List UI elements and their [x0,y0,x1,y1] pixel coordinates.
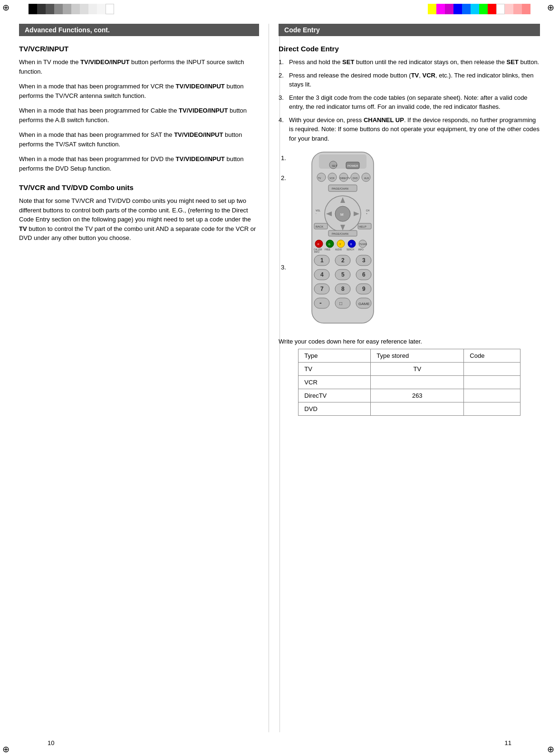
step-1: 1. Press and hold the SET button until t… [279,57,540,67]
svg-text:DIRECTV: DIRECTV [340,177,351,180]
sat-mode-para: When in a mode that has been programmed … [19,130,259,149]
svg-text:-: - [319,299,322,306]
svg-text:FREE: FREE [325,249,330,251]
row-vcr-code [464,376,520,389]
right-column: Code Entry Direct Code Entry 1. Press an… [269,24,540,732]
col-header-code: Code [464,349,520,363]
svg-text:GAME: GAME [358,302,370,306]
svg-rect-69 [314,298,329,308]
left-section-header: Advanced Functions, cont. [19,24,259,36]
step-label-1: 1. [281,154,286,162]
svg-text:PAGE/CHAN: PAGE/CHAN [332,187,348,190]
svg-text:□: □ [339,301,342,306]
svg-rect-71 [335,298,350,308]
row-tv-type: TV [299,363,371,376]
steps-list: 1. Press and hold the SET button until t… [279,57,540,143]
table-intro-text: Write your codes down here for easy refe… [279,338,540,345]
page-number-right: 11 [505,739,511,746]
row-vcr-type: VCR [299,376,371,389]
svg-text:G: G [328,243,330,246]
row-dvd-code [464,402,520,416]
row-tv-code [464,363,520,376]
combo-para: Note that for some TV/VCR and TV/DVD com… [19,196,259,243]
dvd-mode-para: When in a mode that has been programmed … [19,154,259,173]
cable-mode-para: When in a mode that has been programmed … [19,106,259,124]
step-3: 3. Enter the 3 digit code from the code … [279,93,540,112]
vcr-mode-para: When in a mode that has been programmed … [19,82,259,100]
table-row-tv: TV TV [299,363,520,376]
row-directv-stored: 263 [371,389,464,402]
right-header-text: Code Entry [284,26,320,34]
page-content: Advanced Functions, cont. TV/VCR/INPUT W… [19,24,540,732]
svg-text:5: 5 [341,271,345,278]
svg-text:6: 6 [362,271,366,278]
svg-text:SERCH: SERCH [347,249,354,251]
direct-code-title: Direct Code Entry [279,45,540,53]
reg-mark-br: ⊕ [547,744,557,754]
svg-text:8: 8 [341,286,345,292]
svg-text:TV/VID: TV/VID [359,243,367,246]
svg-text:1: 1 [320,257,324,264]
code-reference-table: Type Type stored Code TV TV VCR [298,349,520,416]
reg-mark-tl: ⊕ [2,2,12,12]
reg-mark-tr: ⊕ [547,2,557,12]
row-dvd-stored [371,402,464,416]
table-row-directv: DirecTV 263 [299,389,520,402]
step-label-2: 2. [281,174,286,182]
left-column: Advanced Functions, cont. TV/VCR/INPUT W… [19,24,269,732]
svg-text:M: M [340,212,344,217]
combo-title: TV/VCR and TV/DVD Combo units [19,183,259,191]
tv-vcr-input-title: TV/VCR/INPUT [19,45,259,53]
svg-text:INFO: INFO [358,249,364,251]
color-bars-left [29,4,114,14]
svg-text:PAGE/CHAN: PAGE/CHAN [332,232,348,235]
reference-table-container: Write your codes down here for easy refe… [279,338,540,416]
svg-text:TV: TV [318,177,321,180]
row-dvd-type: DVD [299,402,371,416]
svg-text:7: 7 [320,286,324,292]
table-row-dvd: DVD [299,402,520,416]
svg-text:VCR: VCR [329,177,335,180]
svg-text:AUDIO: AUDIO [335,249,342,251]
reg-mark-bl: ⊕ [2,744,12,754]
svg-text:R: R [318,243,319,246]
svg-text:DVD: DVD [353,177,358,180]
svg-text:POWER: POWER [347,164,358,167]
svg-text:AUX: AUX [364,177,369,180]
table-row-vcr: VCR [299,376,520,389]
svg-text:+: + [366,212,367,215]
svg-text:4: 4 [320,271,324,278]
step-2: 2. Press and release the desired mode bu… [279,71,540,89]
svg-text:3: 3 [362,257,366,264]
remote-svg: SET POWER TV VCR DIRECTV DVD AUX PAGE/CH… [298,150,388,330]
tv-mode-para: When in TV mode the TV/VIDEO/INPUT butto… [19,57,259,76]
step-label-3: 3. [281,264,286,271]
svg-text:2: 2 [341,257,345,264]
row-directv-type: DirecTV [299,389,371,402]
svg-text:9: 9 [362,286,366,292]
svg-text:BACK: BACK [316,225,323,228]
left-header-text: Advanced Functions, cont. [25,26,110,34]
svg-text:INFO: INFO [314,251,319,253]
row-tv-stored: TV [371,363,464,376]
row-vcr-stored [371,376,464,389]
right-section-header: Code Entry [279,24,540,36]
remote-diagram-area: 1. 2. 3. SET POWER TV VCR DIRECT [293,150,540,330]
col-header-type-stored: Type stored [371,349,464,363]
col-header-type: Type [299,349,371,363]
color-bars-right [428,4,530,14]
page-number-left: 10 [48,739,54,746]
step-4: 4. With your device on, press CHANNEL UP… [279,115,540,144]
svg-text:SET: SET [332,164,337,167]
row-directv-code [464,389,520,402]
svg-text:HELP: HELP [359,225,366,228]
